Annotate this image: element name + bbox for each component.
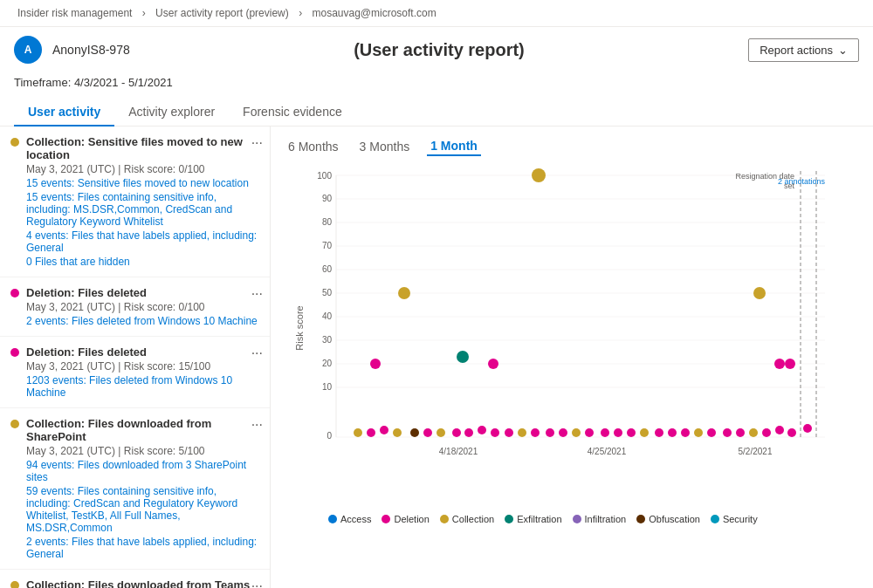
chart-dot[interactable]: [723, 428, 732, 437]
chart-dot[interactable]: [774, 359, 785, 369]
chart-dot[interactable]: [787, 428, 796, 437]
chart-dot[interactable]: [585, 428, 594, 437]
activity-link[interactable]: 2 events: Files that have labels applied…: [26, 536, 259, 560]
chart-dot[interactable]: [457, 351, 469, 363]
chart-dot[interactable]: [398, 287, 410, 299]
chart-dot[interactable]: [681, 428, 690, 437]
chart-dot[interactable]: [370, 359, 381, 369]
chart-dot[interactable]: [785, 359, 795, 369]
chart-dot[interactable]: [436, 428, 445, 437]
chevron-down-icon: ⌄: [838, 44, 848, 57]
activity-link[interactable]: 2 events: Files deleted from Windows 10 …: [26, 315, 259, 327]
chart-dot[interactable]: [668, 428, 677, 437]
breadcrumb-sep-1: ›: [142, 7, 146, 19]
list-item[interactable]: Deletion: Files deleted May 3, 2021 (UTC…: [0, 277, 270, 337]
list-item[interactable]: Collection: Files downloaded from Teams …: [0, 570, 270, 588]
1month-filter-button[interactable]: 1 Month: [427, 137, 481, 156]
chart-dot[interactable]: [452, 428, 461, 437]
activity-meta: May 3, 2021 (UTC) | Risk score: 0/100: [26, 301, 259, 313]
svg-text:40: 40: [322, 311, 333, 321]
chart-dot[interactable]: [380, 426, 388, 434]
breadcrumb-item-2[interactable]: User activity report (preview): [155, 7, 289, 19]
activity-link[interactable]: 15 events: Files containing sensitive in…: [26, 191, 259, 228]
chart-dot[interactable]: [655, 428, 663, 437]
chart-dot[interactable]: [532, 168, 546, 182]
chart-dot[interactable]: [518, 428, 526, 437]
legend-collection: Collection: [440, 514, 494, 524]
svg-text:20: 20: [322, 359, 333, 368]
deletion-legend-dot: [382, 515, 390, 523]
chart-dot[interactable]: [559, 428, 567, 437]
chart-dot[interactable]: [749, 428, 758, 437]
chart-dot[interactable]: [627, 428, 636, 437]
dot-icon: [10, 420, 19, 428]
legend-exfiltration: Exfiltration: [505, 514, 561, 524]
activity-link[interactable]: 59 events: Files containing sensitive in…: [26, 485, 259, 534]
chart-dot[interactable]: [491, 428, 499, 437]
3months-filter-button[interactable]: 3 Months: [356, 137, 414, 156]
chart-dot[interactable]: [354, 428, 362, 437]
more-options-button[interactable]: ···: [251, 578, 263, 588]
svg-text:2 annotations: 2 annotations: [778, 177, 826, 186]
activity-link[interactable]: 4 events: Files that have labels applied…: [26, 229, 259, 254]
dot-icon: [10, 138, 19, 147]
legend-security-label: Security: [723, 514, 758, 524]
activity-link[interactable]: 1203 events: Files deleted from Windows …: [26, 374, 259, 399]
tab-forensic-evidence[interactable]: Forensic evidence: [229, 98, 356, 126]
breadcrumb-item-1[interactable]: Insider risk management: [17, 7, 132, 19]
activity-meta: May 3, 2021 (UTC) | Risk score: 5/100: [26, 445, 259, 457]
chart-dot[interactable]: [803, 424, 812, 433]
list-item[interactable]: Collection: Sensitive files moved to new…: [0, 126, 270, 277]
legend-obfuscation: Obfuscation: [636, 514, 700, 524]
tab-activity-explorer[interactable]: Activity explorer: [114, 98, 229, 126]
chart-dot[interactable]: [478, 426, 486, 434]
dot-icon: [10, 348, 19, 357]
activity-link[interactable]: 15 events: Sensitive files moved to new …: [26, 177, 259, 189]
more-options-button[interactable]: ···: [251, 135, 263, 151]
chart-dot[interactable]: [410, 428, 419, 437]
main-content: Collection: Sensitive files moved to new…: [0, 126, 873, 588]
list-item[interactable]: Deletion: Files deleted May 3, 2021 (UTC…: [0, 337, 270, 408]
legend-obfuscation-label: Obfuscation: [649, 514, 700, 524]
chart-dot[interactable]: [505, 428, 513, 437]
more-options-button[interactable]: ···: [251, 345, 263, 361]
activity-link[interactable]: 94 events: Files downloaded from 3 Share…: [26, 459, 259, 483]
chart-dot[interactable]: [640, 428, 649, 437]
chart-dot[interactable]: [707, 428, 716, 437]
chart-dot[interactable]: [775, 426, 784, 434]
chart-dot[interactable]: [531, 428, 540, 437]
chart-dot[interactable]: [393, 428, 402, 437]
chart-dot[interactable]: [614, 428, 622, 437]
chart-dot[interactable]: [572, 428, 581, 437]
activity-link[interactable]: 0 Files that are hidden: [26, 256, 259, 268]
6months-filter-button[interactable]: 6 Months: [285, 137, 342, 156]
chart-dot[interactable]: [694, 428, 703, 437]
activity-title: Deletion: Files deleted: [26, 286, 259, 299]
list-item[interactable]: Collection: Files downloaded from ShareP…: [0, 408, 270, 570]
chart-dot[interactable]: [423, 428, 432, 437]
chart-dot[interactable]: [488, 359, 498, 369]
svg-text:100: 100: [317, 171, 332, 181]
chart-dot[interactable]: [762, 428, 771, 437]
activity-title: Collection: Files downloaded from Teams: [26, 578, 259, 588]
svg-text:80: 80: [322, 217, 333, 227]
chart-panel: 6 Months 3 Months 1 Month Risk score 100…: [271, 126, 873, 588]
dot-icon: [10, 581, 19, 588]
breadcrumb-item-3[interactable]: mosauvag@microsoft.com: [312, 7, 436, 19]
chart-dot[interactable]: [736, 428, 745, 437]
activity-title: Deletion: Files deleted: [26, 345, 259, 359]
chart-dot[interactable]: [753, 287, 766, 299]
chart-dot[interactable]: [367, 428, 375, 437]
chart-dot[interactable]: [464, 428, 473, 437]
more-options-button[interactable]: ···: [251, 286, 263, 302]
svg-text:Risk score: Risk score: [294, 305, 305, 350]
chart-dot[interactable]: [601, 428, 609, 437]
report-actions-button[interactable]: Report actions ⌄: [748, 38, 859, 62]
activity-title: Collection: Sensitive files moved to new…: [26, 135, 259, 161]
chart-legend: Access Deletion Collection Exfiltration …: [285, 514, 859, 524]
main-tabs: User activity Activity explorer Forensic…: [0, 98, 873, 126]
more-options-button[interactable]: ···: [251, 417, 263, 433]
chart-dot[interactable]: [546, 428, 554, 437]
tab-user-activity[interactable]: User activity: [14, 98, 114, 126]
page-header: A AnonyIS8-978 (User activity report) Re…: [0, 27, 873, 72]
